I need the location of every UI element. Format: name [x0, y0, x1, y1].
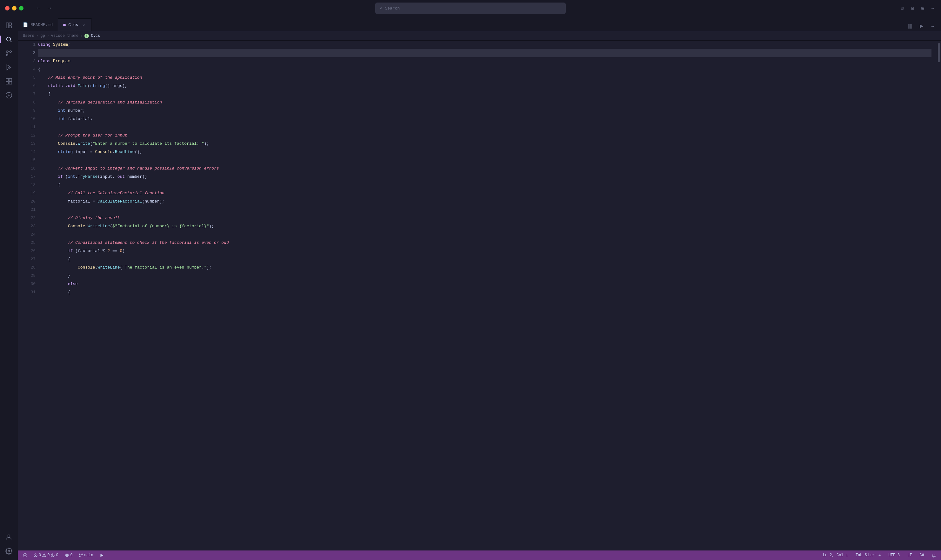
- code-token: // Display the result: [68, 214, 120, 222]
- sidebar-item-settings[interactable]: [3, 545, 15, 557]
- code-line-15: [38, 156, 932, 165]
- status-remote[interactable]: [22, 553, 29, 557]
- status-line-col[interactable]: Ln 2, Col 1: [822, 553, 849, 557]
- line-number-3: 3: [23, 57, 35, 65]
- code-token: {: [38, 90, 51, 98]
- line-number-22: 22: [23, 214, 35, 222]
- line-numbers: 1234567891011121314151617181920212223242…: [18, 41, 38, 551]
- svg-rect-12: [6, 82, 9, 84]
- code-line-24: [38, 231, 932, 239]
- code-token: []: [105, 82, 112, 90]
- titlebar: ← → ⌕ Search ⧈ ⊟ ⊞ ⋯: [0, 0, 941, 17]
- toggle-panel-icon[interactable]: ⊟: [909, 5, 916, 11]
- sidebar-item-copilot[interactable]: [3, 89, 15, 102]
- status-git-branch[interactable]: main: [78, 553, 95, 557]
- close-button[interactable]: [5, 6, 9, 11]
- code-token: input =: [73, 148, 95, 156]
- line-number-6: 6: [23, 82, 35, 90]
- svg-point-5: [6, 51, 8, 53]
- code-token: // Prompt the user for input: [58, 131, 127, 140]
- code-line-8: // Variable declaration and initializati…: [38, 98, 932, 107]
- code-token: args),: [112, 82, 127, 90]
- main-container: 📄 README.md C.cs ✕: [0, 17, 941, 560]
- code-line-28: Console.WriteLine("The factorial is an e…: [38, 263, 932, 272]
- status-notifications[interactable]: [930, 553, 937, 557]
- code-token: ==: [110, 247, 120, 255]
- code-token: int: [68, 173, 75, 181]
- search-icon: ⌕: [380, 6, 382, 11]
- code-token: (: [110, 222, 112, 231]
- code-token: factorial =: [38, 197, 97, 206]
- line-number-8: 8: [23, 98, 35, 107]
- code-line-31: {: [38, 288, 932, 297]
- line-number-24: 24: [23, 231, 35, 239]
- status-encoding[interactable]: UTF-8: [887, 553, 901, 557]
- back-button[interactable]: ←: [34, 4, 43, 13]
- code-token: .: [75, 140, 78, 148]
- scrollbar-thumb[interactable]: [938, 43, 940, 62]
- code-token: string: [90, 82, 105, 90]
- code-token: "The factorial is an even number.": [122, 263, 206, 272]
- code-content[interactable]: using System; class Program{ // Main ent…: [38, 41, 936, 551]
- customize-layout-icon[interactable]: ⊞: [919, 5, 926, 11]
- code-token: );: [204, 140, 209, 148]
- code-token: [38, 98, 58, 107]
- line-number-28: 28: [23, 263, 35, 272]
- minimize-button[interactable]: [12, 6, 17, 11]
- line-number-2: 2: [23, 49, 35, 57]
- sidebar-item-extensions[interactable]: [3, 75, 15, 88]
- breadcrumb-users[interactable]: Users: [23, 34, 34, 38]
- code-token: using: [38, 41, 51, 49]
- more-actions-icon[interactable]: ⋯: [930, 5, 936, 11]
- sidebar-item-search[interactable]: [3, 33, 15, 46]
- svg-point-14: [8, 535, 10, 537]
- code-line-4: {: [38, 65, 932, 74]
- tab-bar: 📄 README.md C.cs ✕: [18, 17, 941, 31]
- status-tab-size[interactable]: Tab Size: 4: [854, 553, 882, 557]
- status-language[interactable]: C#: [918, 553, 926, 557]
- code-token: out: [117, 173, 125, 181]
- code-token: ;: [68, 41, 71, 49]
- status-left: 0 0 0 0: [22, 553, 105, 557]
- git-branch-name: main: [84, 553, 93, 557]
- tab-readme[interactable]: 📄 README.md: [18, 19, 58, 31]
- status-run-icon[interactable]: [98, 553, 105, 557]
- status-copilot[interactable]: 0: [63, 553, 74, 557]
- line-number-25: 25: [23, 239, 35, 247]
- status-line-ending[interactable]: LF: [906, 553, 913, 557]
- sidebar-item-account[interactable]: [3, 531, 15, 543]
- run-code-icon[interactable]: [917, 22, 926, 31]
- split-editor-icon[interactable]: ⧈: [899, 5, 906, 11]
- breadcrumb-gp[interactable]: gp: [40, 34, 45, 38]
- code-line-27: {: [38, 255, 932, 263]
- sidebar-item-explorer[interactable]: [3, 19, 15, 32]
- code-token: class: [38, 57, 51, 65]
- tab-ccs-close[interactable]: ✕: [81, 22, 86, 28]
- forward-button[interactable]: →: [45, 4, 54, 13]
- sidebar-item-run[interactable]: [3, 61, 15, 74]
- split-right-icon[interactable]: [906, 22, 914, 31]
- line-number-10: 10: [23, 115, 35, 123]
- code-token: [38, 189, 68, 197]
- code-token: (: [90, 140, 93, 148]
- maximize-button[interactable]: [19, 6, 23, 11]
- code-token: [38, 239, 68, 247]
- status-errors[interactable]: 0 0 0: [32, 553, 60, 557]
- breadcrumb-vscode-theme[interactable]: vscode theme: [51, 34, 78, 38]
- svg-point-6: [10, 51, 12, 53]
- code-token: [63, 82, 65, 90]
- scrollbar-track[interactable]: [936, 41, 941, 551]
- breadcrumb-current-file[interactable]: C.cs: [91, 34, 100, 38]
- code-token: (: [88, 82, 90, 90]
- more-tab-actions-icon[interactable]: ⋯: [928, 22, 937, 31]
- code-token: {: [38, 65, 41, 74]
- search-bar[interactable]: ⌕ Search: [375, 3, 566, 14]
- code-line-17: if (int.TryParse(input, out number)): [38, 173, 932, 181]
- sidebar-item-source-control[interactable]: [3, 47, 15, 60]
- breadcrumb-sep-3: ›: [80, 34, 83, 38]
- tab-ccs[interactable]: C.cs ✕: [58, 19, 92, 31]
- code-token: [38, 280, 68, 288]
- code-line-14: string input = Console.ReadLine();: [38, 148, 932, 156]
- svg-point-15: [8, 550, 10, 552]
- code-token: TryParse: [78, 173, 97, 181]
